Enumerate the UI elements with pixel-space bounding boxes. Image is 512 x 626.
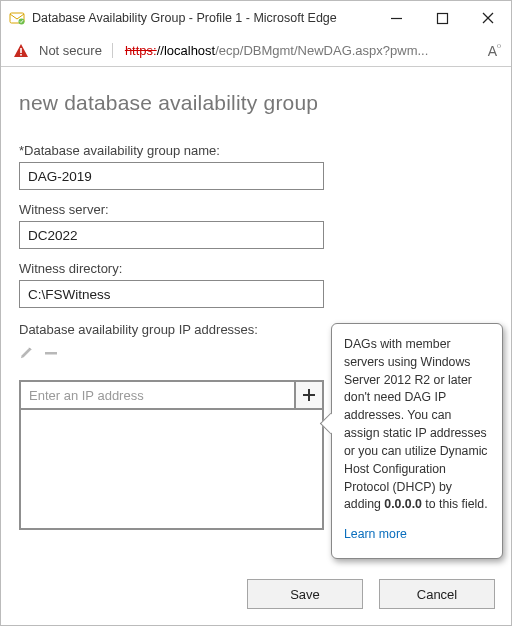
- url-display[interactable]: https://localhost/ecp/DBMgmt/NewDAG.aspx…: [112, 43, 472, 58]
- witness-server-input[interactable]: [19, 221, 324, 249]
- witness-directory-input[interactable]: [19, 280, 324, 308]
- ip-address-input[interactable]: [19, 380, 294, 410]
- add-ip-button[interactable]: [294, 380, 324, 410]
- page-title: new database availability group: [19, 91, 493, 115]
- plus-icon: [302, 388, 316, 402]
- witness-server-label: Witness server:: [19, 202, 493, 217]
- edit-icon[interactable]: [19, 345, 34, 364]
- save-button[interactable]: Save: [247, 579, 363, 609]
- ip-help-tooltip: DAGs with member servers using Windows S…: [331, 323, 503, 559]
- svg-rect-6: [20, 48, 22, 53]
- window-title: Database Availability Group - Profile 1 …: [32, 11, 373, 25]
- url-protocol: https:: [125, 43, 157, 58]
- url-host: //localhost: [157, 43, 216, 58]
- window-maximize-button[interactable]: [419, 1, 465, 35]
- svg-rect-3: [437, 13, 447, 23]
- window-minimize-button[interactable]: [373, 1, 419, 35]
- svg-rect-7: [20, 54, 22, 56]
- reader-mode-icon[interactable]: A⁽⁾: [488, 43, 501, 59]
- window-close-button[interactable]: [465, 1, 511, 35]
- remove-icon[interactable]: [44, 346, 58, 364]
- address-bar: Not secure https://localhost/ecp/DBMgmt/…: [1, 35, 511, 67]
- dag-name-label: *Database availability group name:: [19, 143, 493, 158]
- not-secure-label: Not secure: [39, 43, 102, 58]
- svg-rect-8: [45, 352, 57, 355]
- not-secure-icon: [13, 43, 29, 59]
- ip-address-list[interactable]: [19, 410, 324, 530]
- app-icon: [9, 10, 25, 26]
- cancel-button[interactable]: Cancel: [379, 579, 495, 609]
- window-title-bar: Database Availability Group - Profile 1 …: [1, 1, 511, 35]
- learn-more-link[interactable]: Learn more: [344, 526, 407, 544]
- dag-name-input[interactable]: [19, 162, 324, 190]
- url-path: /ecp/DBMgmt/NewDAG.aspx?pwm...: [215, 43, 428, 58]
- witness-directory-label: Witness directory:: [19, 261, 493, 276]
- tooltip-text: DAGs with member servers using Windows S…: [344, 337, 488, 511]
